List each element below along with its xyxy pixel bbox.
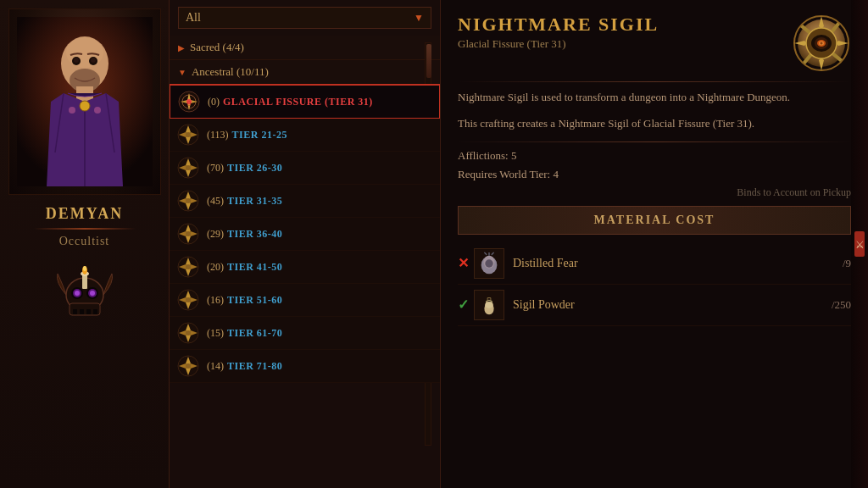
character-illustration: [17, 17, 153, 186]
svg-rect-20: [73, 309, 77, 314]
sigil-icon-tier41: [176, 255, 200, 279]
list-item-tier-51-60[interactable]: (16) TIER 51-60: [170, 284, 440, 317]
item-title-area: NIGHTMARE SIGIL Glacial Fissure (Tier 31…: [458, 14, 659, 51]
sigil-icon-tier51: [176, 288, 200, 312]
material-name-sigil-powder: Sigil Powder: [513, 298, 832, 312]
item-subtitle: Glacial Fissure (Tier 31): [458, 37, 659, 51]
item-count-glacial: (0): [208, 96, 220, 108]
svg-point-37: [186, 198, 191, 203]
svg-point-11: [94, 107, 101, 114]
item-count-tier51: (16): [207, 294, 224, 307]
svg-point-35: [186, 165, 191, 170]
item-count-tier36: (29): [207, 228, 224, 241]
category-sacred[interactable]: ▶ Sacred (4/4): [170, 36, 440, 60]
distilled-fear-icon: [474, 248, 504, 279]
item-label-tier71: TIER 71-80: [227, 360, 282, 373]
material-qty-sigil-powder: /250: [832, 298, 851, 312]
svg-point-41: [186, 264, 191, 269]
sigil-icon-tier36: [176, 222, 200, 246]
item-count-tier26: (70): [207, 162, 224, 175]
detail-panel: NIGHTMARE SIGIL Glacial Fissure (Tier 31…: [441, 0, 868, 488]
svg-point-6: [74, 58, 79, 63]
sigil-powder-icon: [474, 290, 504, 320]
filter-label: All: [186, 11, 201, 25]
right-edge: ⚔: [851, 0, 868, 488]
material-x-icon: ✕: [458, 255, 469, 271]
material-cost-header: MATERIAL COST: [458, 206, 851, 235]
list-panel: All ▼ ▶ Sacred (4/4) ▼ Ancestral (10/11): [170, 0, 441, 488]
item-count-tier41: (20): [207, 261, 224, 274]
svg-point-39: [186, 231, 191, 236]
scroll-area: ▶ Sacred (4/4) ▼ Ancestral (10/11) 0 (0)…: [170, 36, 440, 481]
item-afflictions: Afflictions: 5: [458, 149, 851, 163]
category-sacred-label: Sacred (4/4): [190, 41, 244, 54]
character-name: DEMYAN: [46, 205, 123, 223]
svg-point-33: [186, 132, 191, 137]
sigil-icon-tier21: [176, 123, 200, 147]
character-panel: DEMYAN Occultist: [0, 0, 170, 488]
svg-text:⚔: ⚔: [855, 239, 865, 251]
item-count-tier31: (45): [207, 195, 224, 208]
svg-point-19: [90, 291, 95, 296]
list-item-tier-61-70[interactable]: (15) TIER 61-70: [170, 317, 440, 350]
item-count-tier61: (15): [207, 327, 224, 340]
list-item-tier-41-50[interactable]: (20) TIER 41-50: [170, 251, 440, 284]
character-portrait: [8, 8, 161, 195]
material-check-icon: ✓: [458, 297, 469, 313]
item-title: NIGHTMARE SIGIL: [458, 14, 659, 36]
item-label-tier36: TIER 36-40: [227, 228, 282, 241]
item-count-tier71: (14): [207, 360, 224, 373]
edge-icon: ⚔: [851, 227, 868, 261]
bind-text: Binds to Account on Pickup: [458, 186, 851, 199]
item-label-glacial: GLACIAL FISSURE (TIER 31): [223, 96, 373, 108]
dropdown-arrow-icon: ▼: [414, 12, 424, 25]
character-emblem: [51, 265, 119, 333]
svg-point-10: [69, 107, 75, 114]
svg-rect-21: [80, 309, 84, 314]
list-item-glacial-fissure[interactable]: 0 (0) GLACIAL FISSURE (TIER 31): [170, 85, 440, 119]
item-label-tier21: TIER 21-25: [232, 129, 287, 141]
character-divider: [34, 228, 136, 230]
svg-point-45: [186, 330, 191, 336]
svg-point-61: [485, 302, 492, 308]
item-label-tier31: TIER 31-35: [227, 195, 282, 208]
item-label-tier61: TIER 61-70: [227, 327, 282, 340]
item-count-tier21: (113): [207, 129, 229, 141]
item-label-tier51: TIER 51-60: [227, 294, 282, 307]
svg-point-47: [186, 363, 191, 369]
svg-point-55: [821, 42, 823, 45]
sigil-icon-tier26: [176, 156, 200, 180]
svg-point-59: [485, 259, 492, 267]
material-name-distilled-fear: Distilled Fear: [513, 257, 843, 270]
category-ancestral[interactable]: ▼ Ancestral (10/11): [170, 60, 440, 85]
list-item-tier-71-80[interactable]: (14) TIER 71-80: [170, 350, 440, 383]
material-row-distilled-fear: ✕ Distilled Fear /9: [458, 243, 851, 285]
sigil-icon-tier61: [176, 321, 200, 345]
list-item-tier-36-40[interactable]: (29) TIER 36-40: [170, 218, 440, 251]
nightmare-sigil-icon: [792, 14, 851, 73]
item-header: NIGHTMARE SIGIL Glacial Fissure (Tier 31…: [458, 14, 851, 73]
sigil-icon-tier71: [176, 354, 200, 378]
category-ancestral-arrow-icon: ▼: [178, 68, 186, 77]
svg-point-9: [80, 101, 90, 111]
svg-point-43: [186, 297, 191, 302]
list-item-tier-26-30[interactable]: (70) TIER 26-30: [170, 152, 440, 185]
scrollbar-thumb[interactable]: [426, 44, 431, 78]
list-item-tier-21-25[interactable]: (113) TIER 21-25: [170, 119, 440, 152]
divider-top: [458, 81, 851, 82]
svg-rect-22: [86, 309, 91, 314]
material-qty-distilled-fear: /9: [843, 257, 851, 270]
item-label-tier41: TIER 41-50: [227, 261, 282, 274]
sigil-icon-glacial: 0: [177, 90, 201, 114]
material-row-sigil-powder: ✓ Sigil Powder /250: [458, 285, 851, 326]
list-item-tier-31-35[interactable]: (45) TIER 31-35: [170, 185, 440, 218]
item-desc-1: Nightmare Sigil is used to transform a d…: [458, 89, 851, 107]
category-arrow-icon: ▶: [178, 43, 185, 53]
character-class: Occultist: [59, 235, 110, 248]
svg-rect-23: [93, 309, 97, 314]
category-ancestral-label: Ancestral (10/11): [192, 65, 269, 79]
item-label-tier26: TIER 26-30: [227, 162, 282, 175]
filter-dropdown[interactable]: All ▼: [178, 7, 431, 29]
divider-mid: [458, 141, 851, 142]
item-world-tier: Requires World Tier: 4: [458, 168, 851, 181]
